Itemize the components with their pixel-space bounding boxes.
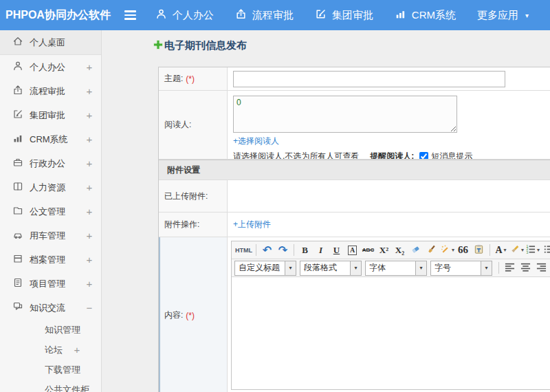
undo-icon[interactable]: ↶ bbox=[260, 243, 274, 257]
nav-item-more-apps[interactable]: 更多应用 ▾ bbox=[477, 9, 529, 22]
workflow-icon bbox=[12, 85, 30, 98]
align-center-button[interactable] bbox=[518, 261, 533, 275]
expand-toggle[interactable]: + bbox=[72, 344, 82, 356]
sidebar-subitem-download-mgmt[interactable]: 下载管理 bbox=[0, 360, 101, 380]
sidebar-item-project-mgmt[interactable]: 项目管理 + bbox=[0, 272, 101, 296]
sms-checkbox[interactable] bbox=[419, 152, 428, 159]
italic-button[interactable]: I bbox=[314, 243, 328, 257]
sidebar-item-document-mgmt[interactable]: 公文管理 + bbox=[0, 199, 101, 224]
nav-item-group-approval[interactable]: 集团审批 bbox=[315, 8, 373, 22]
readers-row: 阅读人: 0 +选择阅读人 请选择阅读人,不选为所有人可查看 提醒阅读人: 短消… bbox=[159, 91, 550, 160]
subject-input[interactable] bbox=[233, 71, 505, 87]
caret-down-icon: ▾ bbox=[504, 247, 507, 253]
bar-chart-icon bbox=[12, 133, 30, 146]
archive-icon bbox=[12, 253, 30, 266]
expand-toggle[interactable]: + bbox=[85, 278, 94, 290]
sidebar-item-archive-mgmt[interactable]: 档案管理 + bbox=[0, 248, 101, 272]
nav-item-crm[interactable]: CRM系统 bbox=[395, 8, 456, 22]
underline-button[interactable]: U bbox=[329, 243, 344, 257]
sidebar-item-hr[interactable]: 人力资源 + bbox=[0, 175, 101, 199]
green-plus-icon bbox=[153, 39, 164, 52]
sidebar-item-label: 集团审批 bbox=[30, 109, 65, 122]
bold-button[interactable]: B bbox=[298, 243, 312, 257]
app-title: PHPOA协同办公软件 bbox=[0, 8, 115, 23]
expand-toggle[interactable]: + bbox=[85, 206, 94, 217]
remove-format-button[interactable] bbox=[408, 243, 423, 257]
sidebar-item-group-approval[interactable]: 集团审批 + bbox=[0, 103, 101, 127]
page-title-text: 电子期刊信息发布 bbox=[164, 39, 247, 52]
sidebar-subitem-knowledge-mgmt[interactable]: 知识管理 bbox=[0, 320, 101, 340]
char-border-button[interactable]: A bbox=[345, 243, 360, 257]
expand-toggle[interactable]: + bbox=[85, 157, 94, 169]
unordered-list-icon bbox=[543, 244, 550, 257]
sidebar-item-personal-office[interactable]: 个人办公 + bbox=[0, 55, 101, 79]
sidebar-item-label: 公文管理 bbox=[30, 206, 65, 218]
align-left-button[interactable] bbox=[503, 261, 517, 275]
expand-toggle[interactable]: + bbox=[85, 133, 94, 145]
nav-label: 更多应用 bbox=[477, 9, 518, 22]
sidebar-item-knowledge-exchange[interactable]: 知识交流 − bbox=[0, 296, 101, 320]
align-right-icon bbox=[536, 262, 547, 274]
person-icon bbox=[12, 61, 30, 74]
expand-toggle[interactable]: + bbox=[85, 61, 94, 73]
highlight-color-button[interactable]: ▾ bbox=[509, 243, 524, 257]
unordered-list-button[interactable] bbox=[541, 243, 550, 257]
paragraph-format-select[interactable]: 段落格式▾ bbox=[300, 261, 362, 276]
expand-toggle[interactable]: + bbox=[85, 109, 94, 121]
sidebar-item-desktop[interactable]: 个人桌面 bbox=[0, 30, 101, 55]
ordered-list-button[interactable]: 123▾ bbox=[525, 243, 540, 257]
expand-toggle[interactable]: − bbox=[85, 302, 94, 314]
publish-form: 主题: (*) 阅读人: 0 +选择阅读人 请选择阅读人,不选为所有人可查看 提… bbox=[158, 67, 550, 392]
subscript-button[interactable]: X₂ bbox=[393, 243, 407, 257]
caret-down-icon: ▾ bbox=[452, 247, 454, 253]
subject-label: 主题: (*) bbox=[159, 67, 228, 90]
font-color-button[interactable]: A▾ bbox=[494, 243, 508, 257]
project-icon bbox=[12, 277, 30, 290]
sidebar-item-label: 个人桌面 bbox=[30, 36, 65, 49]
caret-down-icon: ▾ bbox=[521, 247, 524, 253]
blockquote-button[interactable]: 66 bbox=[456, 243, 470, 257]
upload-attachment-link[interactable]: +上传附件 bbox=[233, 219, 271, 230]
sidebar-item-label: 行政办公 bbox=[30, 157, 65, 170]
align-center-icon bbox=[520, 262, 531, 274]
auto-typeset-button[interactable]: ▾ bbox=[440, 243, 454, 257]
format-brush-button[interactable] bbox=[424, 243, 439, 257]
nav-label: 流程审批 bbox=[252, 9, 294, 22]
content-row: 内容: (*) HTML ↶ ↷ B I U A bbox=[159, 237, 550, 392]
sms-label: 短消息提示 bbox=[431, 151, 472, 159]
sidebar-subitem-public-cabinet[interactable]: 公共文件柜 bbox=[0, 380, 101, 392]
expand-toggle[interactable]: + bbox=[85, 85, 94, 97]
readers-label: 阅读人: bbox=[159, 91, 228, 159]
expand-toggle[interactable]: + bbox=[85, 182, 94, 193]
nav-item-workflow-approval[interactable]: 流程审批 bbox=[235, 8, 294, 22]
select-readers-link[interactable]: +选择阅读人 bbox=[233, 135, 279, 147]
expand-toggle[interactable]: + bbox=[85, 254, 94, 265]
sidebar-item-workflow-approval[interactable]: 流程审批 + bbox=[0, 79, 101, 103]
editor-content-area[interactable] bbox=[232, 277, 550, 389]
expand-toggle[interactable]: + bbox=[85, 230, 94, 241]
sidebar-item-label: CRM系统 bbox=[30, 133, 68, 146]
font-size-select[interactable]: 字号▾ bbox=[430, 261, 492, 276]
superscript-button[interactable]: X² bbox=[377, 243, 391, 257]
sidebar-subitem-forum[interactable]: 论坛 + bbox=[0, 340, 101, 360]
html-source-button[interactable]: HTML bbox=[235, 243, 252, 257]
sidebar-item-crm[interactable]: CRM系统 + bbox=[0, 127, 101, 151]
bar-chart-icon bbox=[395, 8, 406, 22]
heading-select[interactable]: 自定义标题▾ bbox=[234, 261, 296, 276]
folder-icon bbox=[12, 205, 30, 218]
paste-text-button[interactable] bbox=[472, 243, 486, 257]
strikethrough-button[interactable]: ABC bbox=[361, 243, 375, 257]
align-right-button[interactable] bbox=[534, 261, 549, 275]
magic-wand-icon bbox=[440, 244, 450, 257]
nav-item-personal-office[interactable]: 个人办公 bbox=[155, 8, 214, 22]
sidebar-item-admin-office[interactable]: 行政办公 + bbox=[0, 151, 101, 175]
font-family-select[interactable]: 字体▾ bbox=[365, 261, 427, 276]
hamburger-icon[interactable] bbox=[124, 10, 136, 20]
sidebar-item-label: 人力资源 bbox=[30, 182, 65, 194]
readers-textarea[interactable]: 0 bbox=[233, 96, 457, 133]
car-icon bbox=[12, 229, 30, 242]
sidebar-item-vehicle-mgmt[interactable]: 用车管理 + bbox=[0, 224, 101, 248]
redo-icon[interactable]: ↷ bbox=[276, 243, 290, 257]
sidebar: 个人桌面 个人办公 + 流程审批 + 集团审批 + CRM系统 + 行政办公 +… bbox=[0, 30, 102, 392]
nav-label: 个人办公 bbox=[173, 9, 214, 22]
